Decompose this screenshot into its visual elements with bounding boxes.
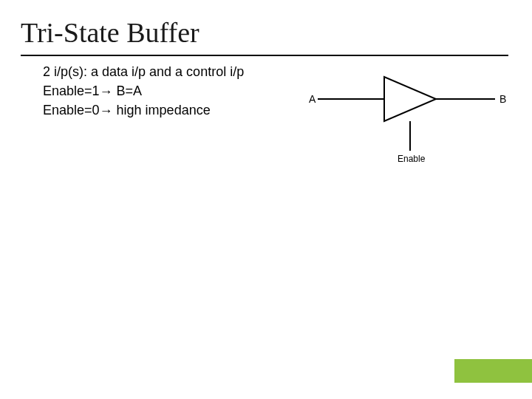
accent-bar: [454, 359, 532, 383]
svg-text:B: B: [499, 93, 506, 105]
svg-text:A: A: [309, 93, 316, 105]
body-line-3-left: Enable=0: [43, 103, 100, 117]
slide-title: Tri-State Buffer: [21, 16, 200, 49]
svg-marker-3: [384, 77, 436, 121]
arrow-icon: →: [100, 82, 113, 101]
body-line-2-right: B=A: [113, 83, 143, 98]
svg-text:Enable: Enable: [398, 154, 426, 164]
body-line-2-left: Enable=1: [43, 83, 100, 98]
buffer-diagram: A B Enable: [303, 62, 510, 166]
body-text: 2 i/p(s): a data i/p and a control i/p E…: [43, 62, 244, 120]
body-line-1: 2 i/p(s): a data i/p and a control i/p: [43, 64, 244, 79]
body-line-3-right: high impedance: [113, 103, 211, 117]
arrow-icon: →: [100, 101, 113, 120]
title-divider: [21, 55, 508, 56]
